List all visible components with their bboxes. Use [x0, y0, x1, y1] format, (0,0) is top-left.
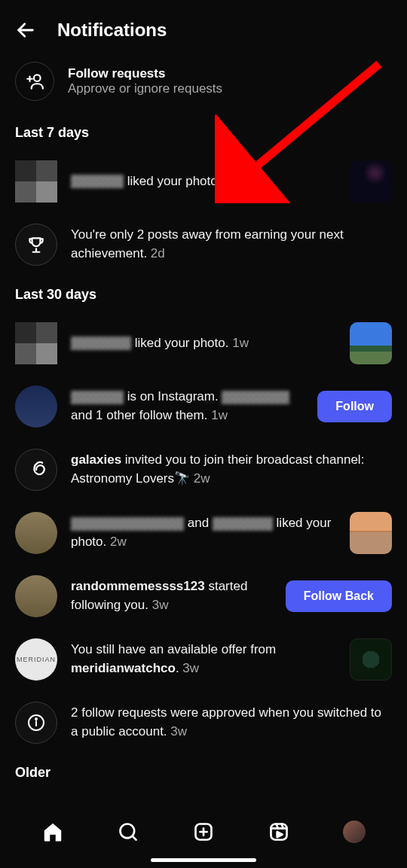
notification-broadcast-invite[interactable]: galaxies invited you to join their broad… [0, 438, 407, 501]
notification-text: liked your photo. 2d [71, 172, 336, 191]
follow-requests-subtitle: Approve or ignore requests [68, 81, 222, 96]
notification-text: and liked your photo. 2w [71, 514, 336, 551]
notification-offer[interactable]: MERIDIAN You still have an available off… [0, 628, 407, 691]
svg-marker-16 [277, 832, 283, 837]
notification-text: You still have an available offer from m… [71, 641, 336, 678]
avatar [15, 575, 57, 617]
avatar [15, 385, 57, 428]
photo-thumbnail[interactable] [350, 512, 392, 554]
notification-text: 2 follow requests were approved when you… [71, 704, 392, 741]
nav-profile-avatar[interactable] [342, 820, 366, 844]
section-last-7-days: Last 7 days [0, 114, 407, 150]
follow-requests-icon [15, 62, 54, 101]
trophy-icon [15, 224, 57, 266]
section-last-30-days: Last 30 days [0, 276, 407, 312]
notification-text: liked your photo. 1w [71, 334, 336, 353]
bottom-nav [0, 808, 407, 868]
nav-home-icon[interactable] [41, 820, 65, 844]
svg-point-1 [34, 75, 41, 81]
photo-thumbnail[interactable] [350, 322, 392, 364]
section-older: Older [0, 754, 407, 790]
follow-requests-row[interactable]: Follow requests Approve or ignore reques… [0, 56, 407, 114]
follow-requests-title: Follow requests [68, 66, 222, 81]
avatar [15, 160, 57, 203]
notification-like[interactable]: liked your photo. 1w [0, 312, 407, 375]
home-indicator [151, 858, 256, 862]
offer-thumbnail[interactable] [350, 638, 392, 681]
notification-text: galaxies invited you to join their broad… [71, 451, 392, 488]
notification-new-follower[interactable]: randommemessss123 started following you.… [0, 565, 407, 628]
nav-reels-icon[interactable] [267, 820, 291, 844]
follow-button[interactable]: Follow [317, 391, 392, 422]
notification-text: randommemessss123 started following you.… [71, 577, 272, 614]
page-title: Notifications [57, 20, 167, 41]
nav-search-icon[interactable] [116, 820, 140, 844]
svg-point-6 [35, 718, 37, 720]
back-button[interactable] [15, 20, 36, 41]
notification-like[interactable]: and liked your photo. 2w [0, 501, 407, 565]
follow-back-button[interactable]: Follow Back [286, 580, 392, 612]
notification-text: is on Instagram. and 1 other follow them… [71, 388, 304, 425]
info-icon [15, 702, 57, 744]
photo-thumbnail[interactable] [350, 160, 392, 203]
avatar [15, 322, 57, 364]
svg-line-8 [133, 836, 136, 840]
notification-like[interactable]: liked your photo. 2d [0, 150, 407, 213]
avatar [15, 512, 57, 554]
notification-on-instagram[interactable]: is on Instagram. and 1 other follow them… [0, 375, 407, 438]
notification-achievement[interactable]: You're only 2 posts away from earning yo… [0, 213, 407, 276]
avatar [15, 449, 57, 491]
avatar: MERIDIAN [15, 638, 57, 681]
notification-text: You're only 2 posts away from earning yo… [71, 226, 392, 263]
notification-info[interactable]: 2 follow requests were approved when you… [0, 691, 407, 754]
nav-create-icon[interactable] [191, 820, 216, 844]
